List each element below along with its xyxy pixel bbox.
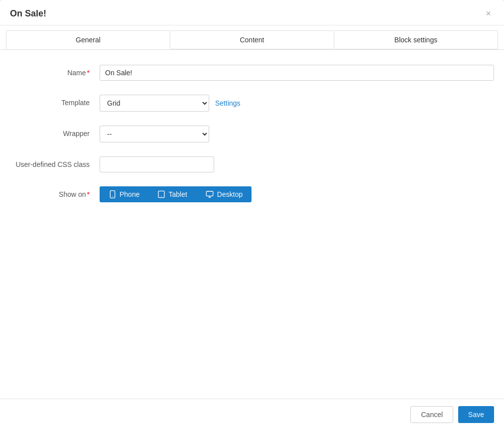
template-settings-link[interactable]: Settings — [215, 99, 241, 107]
desktop-icon — [205, 190, 214, 198]
tab-block-settings[interactable]: Block settings — [334, 30, 498, 49]
show-on-required: * — [87, 190, 90, 198]
tablet-button[interactable]: Tablet — [148, 186, 196, 202]
phone-button[interactable]: Phone — [100, 186, 148, 202]
tab-general[interactable]: General — [6, 30, 170, 49]
template-row: Template Grid List Carousel Settings — [10, 95, 494, 112]
modal-body: Name* Template Grid List Carousel S — [0, 50, 504, 231]
svg-rect-0 — [110, 191, 115, 198]
tabs-bar: General Content Block settings — [0, 25, 504, 50]
css-class-control-wrap — [100, 156, 494, 172]
show-on-group: Phone Tablet — [100, 186, 494, 202]
name-control-wrap — [100, 65, 494, 81]
tablet-icon — [157, 190, 165, 198]
modal-overlay: On Sale! × General Content Block setting… — [0, 0, 504, 430]
name-required: * — [87, 69, 90, 77]
phone-icon — [109, 190, 117, 198]
modal-title: On Sale! — [10, 8, 46, 19]
show-on-control-wrap: Phone Tablet — [100, 186, 494, 202]
wrapper-label: Wrapper — [10, 126, 100, 138]
template-select[interactable]: Grid List Carousel — [100, 95, 209, 112]
wrapper-control-wrap: -- Container Fluid — [100, 126, 494, 143]
wrapper-select[interactable]: -- Container Fluid — [100, 126, 209, 143]
show-on-label: Show on* — [10, 186, 100, 198]
show-on-row: Show on* Phone — [10, 186, 494, 202]
modal: On Sale! × General Content Block setting… — [0, 0, 504, 430]
tablet-label: Tablet — [168, 190, 187, 198]
close-button[interactable]: × — [483, 8, 494, 19]
cancel-button[interactable]: Cancel — [410, 406, 453, 423]
desktop-label: Desktop — [217, 190, 243, 198]
save-button[interactable]: Save — [458, 406, 494, 423]
css-class-input[interactable] — [100, 156, 214, 172]
tab-content[interactable]: Content — [170, 30, 334, 49]
template-label: Template — [10, 95, 100, 107]
name-input[interactable] — [100, 65, 494, 81]
name-label: Name* — [10, 65, 100, 77]
modal-footer: Cancel Save — [0, 399, 504, 430]
css-class-label: User-defined CSS class — [10, 156, 100, 168]
desktop-button[interactable]: Desktop — [196, 186, 252, 202]
wrapper-row: Wrapper -- Container Fluid — [10, 126, 494, 143]
template-control-wrap: Grid List Carousel Settings — [100, 95, 494, 112]
svg-rect-4 — [206, 191, 213, 196]
name-row: Name* — [10, 65, 494, 81]
css-class-row: User-defined CSS class — [10, 156, 494, 172]
phone-label: Phone — [120, 190, 139, 198]
modal-header: On Sale! × — [0, 0, 504, 25]
